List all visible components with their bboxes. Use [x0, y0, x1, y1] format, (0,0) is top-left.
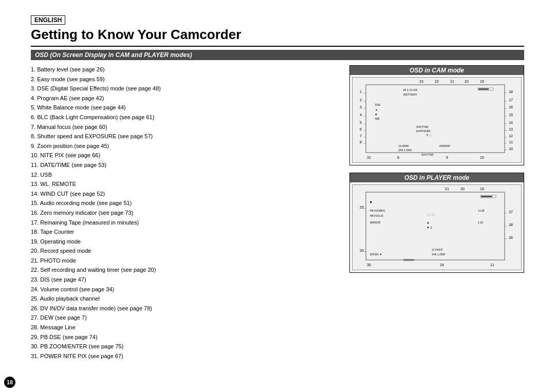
- svg-text:SHUTTER: SHUTTER: [416, 125, 429, 128]
- list-item: 28. Message Line: [31, 323, 339, 332]
- svg-text:13: 13: [509, 127, 513, 131]
- svg-text:21: 21: [450, 80, 454, 83]
- svg-text:7: 7: [360, 134, 362, 138]
- svg-text:10: 10: [480, 156, 484, 159]
- svg-text:26: 26: [509, 236, 513, 239]
- svg-text:19: 19: [480, 187, 484, 191]
- svg-text:SHUTTER: SHUTTER: [421, 153, 434, 156]
- svg-text:1: 1: [360, 90, 362, 94]
- svg-text:17: 17: [509, 98, 513, 102]
- svg-text:18: 18: [509, 90, 513, 94]
- list-item: 3. DSE (Digital Special Effects) mode (s…: [31, 84, 339, 94]
- svg-text:9: 9: [446, 156, 448, 159]
- page-title: Getting to Know Your Camcorder: [31, 27, 524, 47]
- svg-text:8: 8: [397, 156, 399, 159]
- list-item: 2. Easy mode (see pages 59): [31, 75, 339, 84]
- svg-text:22: 22: [435, 80, 439, 83]
- osd-player-box: OSD in PLAYER mode 21 20 19 25 30 27: [349, 173, 524, 273]
- list-item: 29. PB DSE (see page 74): [31, 333, 339, 342]
- svg-text:JAN 1 2000: JAN 1 2000: [398, 148, 412, 152]
- svg-text:11: 11: [490, 263, 494, 267]
- osd-cam-box: OSD in CAM mode 23 22 21 20 19 18 17: [349, 65, 524, 165]
- svg-text:IIIIIIIIIIIIIII: IIIIIIIIIIIIIII: [439, 144, 450, 147]
- osd-cam-title: OSD in CAM mode: [350, 66, 524, 75]
- svg-text:DSE: DSE: [375, 103, 381, 106]
- list-item: 24. Volume control (see page 34): [31, 285, 339, 294]
- svg-text:12:00AM: 12:00AM: [398, 144, 409, 147]
- list-item: 11. DATE/TIME (see page 53): [31, 161, 339, 170]
- osd-player-content: 21 20 19 25 30 27 28 26 30 24: [350, 182, 524, 272]
- list-item: 23. DIS (see page 47): [31, 275, 339, 285]
- numbered-list-col: 1. Battery level (see page 26)2. Easy mo…: [31, 65, 339, 361]
- svg-text:▲: ▲: [375, 108, 378, 111]
- svg-text:PB-ZOOM(T): PB-ZOOM(T): [370, 209, 385, 212]
- svg-text:EXPOSURE: EXPOSURE: [416, 129, 431, 133]
- osd-diagrams-col: OSD in CAM mode 23 22 21 20 19 18 17: [349, 65, 524, 361]
- svg-text:M  1:11:04: M 1:11:04: [403, 88, 417, 91]
- svg-text:BATTERY: BATTERY: [403, 93, 417, 96]
- list-item: 19. Operating mode: [31, 237, 339, 247]
- list-item: 15. Audio recording mode (see page 51): [31, 199, 339, 208]
- svg-text:15: 15: [509, 113, 513, 117]
- list-item: 13. WL. REMOTE: [31, 180, 339, 189]
- svg-text:27: 27: [509, 210, 513, 214]
- list-item: 30. PB ZOOM/ENTER (see page 75): [31, 342, 339, 351]
- list-item: 22. Self recording and waiting timer (se…: [31, 266, 339, 275]
- svg-text:JAN 1.2000: JAN 1.2000: [432, 253, 445, 256]
- svg-text:▼ 2: ▼ 2: [427, 226, 433, 229]
- list-item: 27. DEW (see page 7): [31, 313, 339, 323]
- svg-text:24: 24: [440, 263, 444, 267]
- svg-text:20: 20: [465, 80, 469, 83]
- svg-text:5: 5: [360, 121, 362, 124]
- svg-text:IIIIIIIIIIIIIII: IIIIIIIIIIIIIII: [403, 258, 414, 262]
- list-item: 7. Manual focus (see page 60): [31, 123, 339, 132]
- svg-text:20: 20: [460, 187, 465, 191]
- svg-text:25: 25: [360, 206, 364, 209]
- list-item: 6. BLC (Back Light Compensation) (see pa…: [31, 113, 339, 122]
- svg-text:16: 16: [509, 105, 513, 109]
- page: ENGLISH Getting to Know Your Camcorder O…: [0, 0, 555, 392]
- svg-text:■: ■: [370, 200, 372, 203]
- svg-text:11:06: 11:06: [478, 209, 485, 212]
- osd-player-title: OSD in PLAYER mode: [350, 173, 524, 182]
- svg-text:10: 10: [509, 147, 513, 151]
- list-item: 1. Battery level (see page 26): [31, 65, 339, 74]
- svg-text:1:16: 1:16: [478, 221, 483, 224]
- svg-text:■: ■: [375, 113, 377, 116]
- svg-text:4: 4: [360, 113, 362, 117]
- svg-text:P ⬜: P ⬜: [427, 134, 433, 137]
- svg-rect-26: [366, 85, 505, 153]
- svg-text:30: 30: [360, 249, 364, 252]
- list-item: 25. Audio playback channel: [31, 294, 339, 304]
- svg-text:19: 19: [480, 80, 484, 83]
- svg-text:11: 11: [509, 140, 513, 144]
- list-item: 18. Tape Counter: [31, 228, 339, 237]
- list-item: 9. Zoom position (see page 45): [31, 142, 339, 151]
- svg-text:8: 8: [360, 140, 362, 144]
- svg-text:12 8:00 P: 12 8:00 P: [432, 248, 443, 251]
- svg-text:6: 6: [360, 127, 362, 131]
- list-item: 20. Record speed mode: [31, 247, 339, 256]
- svg-text:12: 12: [509, 134, 513, 138]
- svg-text:PB-FOCUS: PB-FOCUS: [370, 214, 384, 217]
- svg-text:3: 3: [360, 105, 362, 109]
- svg-text:WB: WB: [375, 117, 380, 120]
- svg-text:MIRROR: MIRROR: [370, 221, 381, 224]
- osd-list: 1. Battery level (see page 26)2. Easy mo…: [31, 65, 339, 361]
- list-item: 14. WIND CUT (see page 52): [31, 190, 339, 199]
- svg-rect-73: [481, 196, 492, 197]
- list-item: 10. NITE PIX (see page 66): [31, 151, 339, 160]
- page-number: 18: [4, 377, 15, 388]
- list-item: 8. Shutter speed and EXPOSURE (see page …: [31, 132, 339, 141]
- svg-rect-30: [478, 88, 489, 90]
- osd-cam-diagram: 23 22 21 20 19 18 17 16 15 14 13: [352, 77, 522, 163]
- svg-text:14: 14: [509, 121, 513, 124]
- svg-text:▲: ▲: [427, 221, 430, 224]
- svg-text:ENTER ▼: ENTER ▼: [370, 253, 382, 256]
- list-item: 16. Zero memory indicator (see page 73): [31, 209, 339, 218]
- list-item: 12. USB: [31, 171, 339, 180]
- list-item: 21. PHOTO mode: [31, 256, 339, 266]
- list-item: 31. POWER NITE PIX (see page 67): [31, 352, 339, 361]
- svg-text:21: 21: [445, 187, 449, 191]
- svg-text:2: 2: [360, 98, 362, 102]
